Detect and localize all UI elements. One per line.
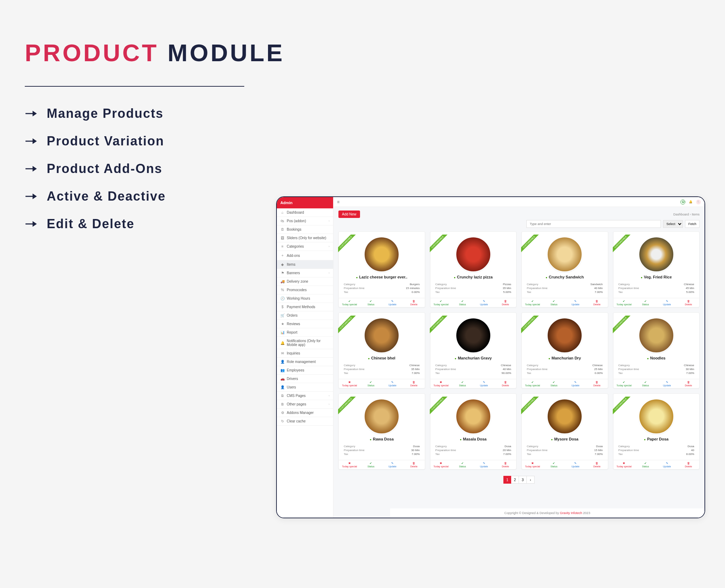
sidebar-item[interactable]: $Payment Methods [277,303,333,311]
status-action[interactable]: ✔Status [452,379,473,388]
meta-value-category: Dosa [596,445,603,448]
update-action[interactable]: ✎Update [656,298,678,307]
status-action[interactable]: ✔Status [635,379,656,388]
sidebar-item[interactable]: %Promocodes [277,286,333,294]
today-special-action[interactable]: ✔Today special [522,298,543,307]
page-button[interactable]: 1 [503,476,511,484]
today-special-action[interactable]: ✔Today special [339,298,360,307]
today-special-action[interactable]: ✔Today special [613,298,635,307]
svg-marker-1 [33,111,37,116]
sidebar-item[interactable]: ⚙Addons Manager [277,409,333,417]
footer-link[interactable]: Gravity Infotech [560,511,582,515]
update-action[interactable]: ✎Update [473,379,495,388]
status-action[interactable]: ✔Status [543,460,565,469]
today-special-action[interactable]: ✔Today special [522,379,543,388]
delete-action[interactable]: 🗑Delete [678,298,699,307]
sidebar-item[interactable]: 🛒Orders [277,311,333,320]
meta-value-category: Sandwich [590,283,603,286]
sidebar-item[interactable]: 👤Role management [277,358,333,366]
delete-action[interactable]: 🗑Delete [586,379,608,388]
update-action[interactable]: ✎Update [473,460,495,469]
sidebar-item[interactable]: ✉Inquiries [277,349,333,358]
power-icon[interactable]: ⏻ [680,200,685,204]
today-special-action[interactable]: ✖Today special [430,379,452,388]
sidebar-item-icon: 📊 [280,330,285,334]
delete-action[interactable]: 🗑Delete [495,298,516,307]
today-special-action[interactable]: ✖Today special [339,460,360,469]
sidebar-item[interactable]: 👥Employees [277,366,333,375]
sidebar-item[interactable]: ↻Clear cache [277,417,333,426]
sidebar-item[interactable]: 🚚Delivery zone [277,277,333,286]
sidebar-item[interactable]: ◆Items [277,260,333,269]
sidebar-item[interactable]: ＋Add-ons [277,251,333,260]
update-action[interactable]: ✎Update [656,460,678,469]
search-input[interactable] [526,220,661,228]
page-button[interactable]: 3 [519,476,527,484]
sidebar-item[interactable]: ★Reviews [277,320,333,328]
sidebar-item[interactable]: 🗎CMS Pages› [277,392,333,400]
status-action[interactable]: ✔Status [635,460,656,469]
sidebar-item[interactable]: 🖼Sliders (Only for website) [277,234,333,242]
product-card: CUSTOMIZABLE Manchurian Gravy CategoryCh… [430,312,517,388]
today-special-action[interactable]: ✔Today special [430,298,452,307]
delete-action[interactable]: 🗑Delete [495,379,516,388]
product-name: Manchurian Dry [522,356,608,362]
sidebar-item[interactable]: 🗓Bookings [277,225,333,234]
check-icon: ✔ [360,300,382,303]
hamburger-icon[interactable]: ≡ [337,200,339,204]
status-action[interactable]: ✔Status [360,298,382,307]
sidebar-item[interactable]: 🚗Drivers [277,375,333,383]
delete-action[interactable]: 🗑Delete [678,460,699,469]
status-action[interactable]: ✔Status [452,298,473,307]
sidebar-item[interactable]: 📊Report [277,328,333,337]
sidebar-item[interactable]: 🛍Pos (addon)› [277,217,333,225]
update-action[interactable]: ✎Update [382,298,403,307]
edit-icon: ✎ [382,462,403,465]
status-action[interactable]: ✔Status [360,460,382,469]
today-special-action[interactable]: ✖Today special [430,460,452,469]
today-special-action[interactable]: ✖Today special [613,460,635,469]
sidebar-item[interactable]: ⚑Banners› [277,269,333,277]
sidebar-item[interactable]: ≡Categories› [277,242,333,251]
update-action[interactable]: ✎Update [473,298,495,307]
status-action[interactable]: ✔Status [543,379,565,388]
sidebar-item[interactable]: 🗎Other pages› [277,400,333,409]
breadcrumb-root[interactable]: Dashboard [673,213,689,216]
add-new-button[interactable]: Add New [338,211,360,218]
page-button[interactable]: › [527,476,535,484]
update-action[interactable]: ✎Update [382,460,403,469]
sidebar-item[interactable]: 🕘Working Hours [277,294,333,303]
delete-action[interactable]: 🗑Delete [586,298,608,307]
delete-action[interactable]: 🗑Delete [403,298,425,307]
delete-action[interactable]: 🗑Delete [403,460,425,469]
delete-action[interactable]: 🗑Delete [495,460,516,469]
status-action[interactable]: ✔Status [360,379,382,388]
update-action[interactable]: ✎Update [565,298,586,307]
status-action[interactable]: ✔Status [543,298,565,307]
status-action[interactable]: ✔Status [635,298,656,307]
fetch-button[interactable]: Fetch [685,220,700,228]
sidebar-item[interactable]: 👤Users [277,383,333,392]
update-action[interactable]: ✎Update [565,460,586,469]
today-special-action[interactable]: ✖Today special [339,379,360,388]
page-button[interactable]: 2 [511,476,519,484]
utensils-icon[interactable]: 🍴 [696,200,701,204]
sidebar-item[interactable]: ⌂Dashboard [277,208,333,217]
delete-action[interactable]: 🗑Delete [678,379,699,388]
update-action[interactable]: ✎Update [656,379,678,388]
today-special-action[interactable]: ✖Today special [522,460,543,469]
delete-action[interactable]: 🗑Delete [586,460,608,469]
delete-action[interactable]: 🗑Delete [403,379,425,388]
bell-icon[interactable]: 🔔 [688,200,693,204]
meta-value-prep: 30 Min [411,449,419,452]
today-special-action[interactable]: ✔Today special [613,379,635,388]
meta-label-tax: Tax [344,371,348,375]
update-action[interactable]: ✎Update [565,379,586,388]
filter-select[interactable]: Select [663,220,683,228]
status-action[interactable]: ✔Status [452,460,473,469]
customizable-ribbon: CUSTOMIZABLE [338,316,359,337]
product-image [456,237,491,272]
update-action[interactable]: ✎Update [382,379,403,388]
sidebar-item[interactable]: 🔔Notifications (Only for Mobile app) [277,337,333,349]
meta-label-prep: Preparation time [435,368,456,371]
